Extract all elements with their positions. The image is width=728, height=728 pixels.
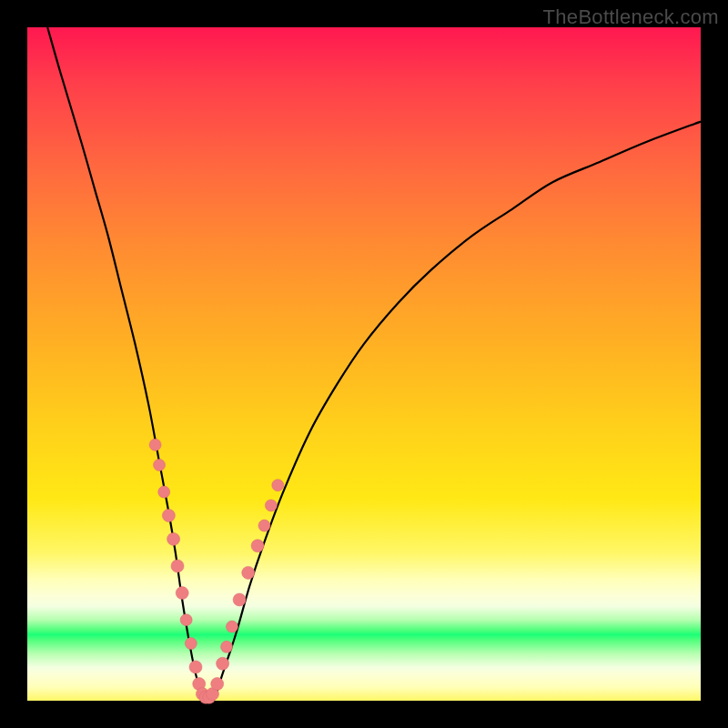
highlight-marker (233, 593, 246, 606)
highlight-marker (162, 510, 175, 522)
highlight-marker (217, 657, 229, 670)
highlight-marker (265, 500, 277, 511)
marker-group (149, 439, 284, 703)
watermark-text: TheBottleneck.com (543, 5, 719, 29)
highlight-marker (242, 566, 255, 579)
highlight-marker (176, 587, 188, 600)
highlight-marker (149, 439, 161, 450)
highlight-marker (154, 460, 166, 471)
bottleneck-chart (27, 27, 701, 701)
highlight-marker (226, 621, 238, 632)
highlight-marker (221, 641, 233, 652)
highlight-marker (158, 486, 170, 498)
highlight-marker (185, 638, 197, 650)
highlight-marker (167, 532, 180, 545)
highlight-marker (272, 480, 284, 491)
highlight-marker (211, 678, 224, 691)
highlight-marker (189, 661, 202, 673)
highlight-marker (171, 560, 184, 572)
highlight-marker (180, 614, 192, 626)
bottleneck-curve-path (47, 27, 701, 701)
highlight-marker (251, 540, 264, 552)
highlight-marker (258, 520, 270, 531)
